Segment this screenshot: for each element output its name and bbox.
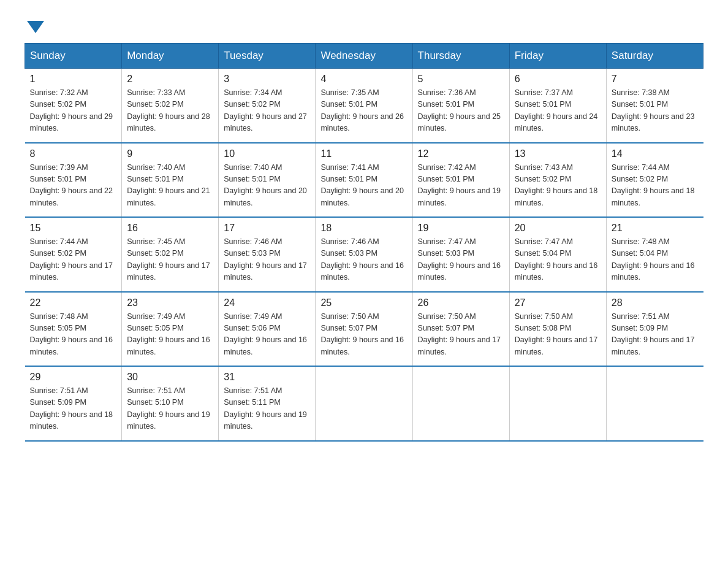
day-info: Sunrise: 7:46 AMSunset: 5:03 PMDaylight:…: [224, 237, 307, 282]
calendar-cell: 7Sunrise: 7:38 AMSunset: 5:01 PMDaylight…: [606, 69, 703, 143]
calendar-cell: 25Sunrise: 7:50 AMSunset: 5:07 PMDayligh…: [316, 292, 412, 367]
day-info: Sunrise: 7:50 AMSunset: 5:07 PMDaylight:…: [418, 312, 501, 356]
day-info: Sunrise: 7:47 AMSunset: 5:03 PMDaylight:…: [418, 237, 501, 282]
day-number: 22: [30, 297, 117, 308]
calendar-cell: 5Sunrise: 7:36 AMSunset: 5:01 PMDaylight…: [412, 69, 509, 143]
day-number: 19: [418, 223, 504, 234]
calendar-cell: 27Sunrise: 7:50 AMSunset: 5:08 PMDayligh…: [509, 292, 606, 367]
calendar-week-row: 15Sunrise: 7:44 AMSunset: 5:02 PMDayligh…: [25, 217, 703, 292]
calendar-cell: 28Sunrise: 7:51 AMSunset: 5:09 PMDayligh…: [606, 292, 703, 367]
calendar-cell: [606, 366, 703, 441]
calendar-cell: 22Sunrise: 7:48 AMSunset: 5:05 PMDayligh…: [25, 292, 122, 367]
header-sunday: Sunday: [25, 44, 122, 69]
calendar-cell: 2Sunrise: 7:33 AMSunset: 5:02 PMDaylight…: [122, 69, 219, 143]
calendar-cell: 30Sunrise: 7:51 AMSunset: 5:10 PMDayligh…: [122, 366, 219, 441]
page-header: [25, 18, 703, 31]
calendar-cell: 19Sunrise: 7:47 AMSunset: 5:03 PMDayligh…: [412, 217, 509, 292]
day-number: 13: [515, 148, 601, 159]
calendar-cell: [316, 366, 412, 441]
logo: [25, 18, 44, 31]
day-info: Sunrise: 7:43 AMSunset: 5:02 PMDaylight:…: [515, 163, 598, 207]
calendar-cell: 10Sunrise: 7:40 AMSunset: 5:01 PMDayligh…: [219, 143, 316, 218]
calendar-week-row: 29Sunrise: 7:51 AMSunset: 5:09 PMDayligh…: [25, 366, 703, 441]
day-info: Sunrise: 7:33 AMSunset: 5:02 PMDaylight:…: [127, 88, 210, 132]
header-thursday: Thursday: [412, 44, 509, 69]
day-number: 5: [418, 74, 504, 85]
calendar-cell: 13Sunrise: 7:43 AMSunset: 5:02 PMDayligh…: [509, 143, 606, 218]
calendar-cell: 12Sunrise: 7:42 AMSunset: 5:01 PMDayligh…: [412, 143, 509, 218]
calendar-cell: [412, 366, 509, 441]
day-info: Sunrise: 7:50 AMSunset: 5:08 PMDaylight:…: [515, 312, 598, 356]
calendar-cell: 16Sunrise: 7:45 AMSunset: 5:02 PMDayligh…: [122, 217, 219, 292]
day-info: Sunrise: 7:37 AMSunset: 5:01 PMDaylight:…: [515, 88, 598, 132]
calendar-cell: 23Sunrise: 7:49 AMSunset: 5:05 PMDayligh…: [122, 292, 219, 367]
calendar-cell: 11Sunrise: 7:41 AMSunset: 5:01 PMDayligh…: [316, 143, 412, 218]
calendar-cell: 31Sunrise: 7:51 AMSunset: 5:11 PMDayligh…: [219, 366, 316, 441]
calendar-cell: 17Sunrise: 7:46 AMSunset: 5:03 PMDayligh…: [219, 217, 316, 292]
calendar-header-row: SundayMondayTuesdayWednesdayThursdayFrid…: [25, 44, 703, 69]
header-monday: Monday: [122, 44, 219, 69]
day-number: 31: [224, 372, 310, 383]
day-number: 25: [320, 297, 407, 308]
day-number: 23: [127, 297, 213, 308]
logo-triangle-icon: [27, 21, 44, 33]
day-info: Sunrise: 7:45 AMSunset: 5:02 PMDaylight:…: [127, 237, 210, 282]
day-number: 28: [612, 297, 699, 308]
calendar-table: SundayMondayTuesdayWednesdayThursdayFrid…: [25, 43, 703, 442]
day-number: 3: [224, 74, 310, 85]
day-number: 8: [30, 148, 117, 159]
day-info: Sunrise: 7:51 AMSunset: 5:10 PMDaylight:…: [127, 386, 210, 431]
calendar-cell: 24Sunrise: 7:49 AMSunset: 5:06 PMDayligh…: [219, 292, 316, 367]
day-info: Sunrise: 7:34 AMSunset: 5:02 PMDaylight:…: [224, 88, 307, 132]
day-info: Sunrise: 7:40 AMSunset: 5:01 PMDaylight:…: [224, 163, 307, 207]
calendar-cell: 1Sunrise: 7:32 AMSunset: 5:02 PMDaylight…: [25, 69, 122, 143]
day-info: Sunrise: 7:42 AMSunset: 5:01 PMDaylight:…: [418, 163, 501, 207]
day-number: 1: [30, 74, 117, 85]
day-info: Sunrise: 7:49 AMSunset: 5:06 PMDaylight:…: [224, 312, 307, 356]
calendar-cell: 21Sunrise: 7:48 AMSunset: 5:04 PMDayligh…: [606, 217, 703, 292]
day-number: 27: [515, 297, 601, 308]
day-number: 17: [224, 223, 310, 234]
header-saturday: Saturday: [606, 44, 703, 69]
header-tuesday: Tuesday: [219, 44, 316, 69]
day-number: 12: [418, 148, 504, 159]
day-number: 4: [320, 74, 407, 85]
calendar-week-row: 1Sunrise: 7:32 AMSunset: 5:02 PMDaylight…: [25, 69, 703, 143]
day-number: 26: [418, 297, 504, 308]
day-info: Sunrise: 7:51 AMSunset: 5:09 PMDaylight:…: [30, 386, 113, 431]
day-info: Sunrise: 7:47 AMSunset: 5:04 PMDaylight:…: [515, 237, 598, 282]
calendar-cell: [509, 366, 606, 441]
day-info: Sunrise: 7:32 AMSunset: 5:02 PMDaylight:…: [30, 88, 113, 132]
calendar-week-row: 8Sunrise: 7:39 AMSunset: 5:01 PMDaylight…: [25, 143, 703, 218]
day-info: Sunrise: 7:40 AMSunset: 5:01 PMDaylight:…: [127, 163, 210, 207]
calendar-cell: 9Sunrise: 7:40 AMSunset: 5:01 PMDaylight…: [122, 143, 219, 218]
day-number: 30: [127, 372, 213, 383]
day-number: 14: [612, 148, 699, 159]
day-number: 11: [320, 148, 407, 159]
day-info: Sunrise: 7:36 AMSunset: 5:01 PMDaylight:…: [418, 88, 501, 132]
day-info: Sunrise: 7:49 AMSunset: 5:05 PMDaylight:…: [127, 312, 210, 356]
calendar-cell: 29Sunrise: 7:51 AMSunset: 5:09 PMDayligh…: [25, 366, 122, 441]
calendar-cell: 8Sunrise: 7:39 AMSunset: 5:01 PMDaylight…: [25, 143, 122, 218]
day-info: Sunrise: 7:50 AMSunset: 5:07 PMDaylight:…: [320, 312, 404, 356]
day-number: 18: [320, 223, 407, 234]
day-number: 7: [612, 74, 699, 85]
day-info: Sunrise: 7:41 AMSunset: 5:01 PMDaylight:…: [320, 163, 404, 207]
day-number: 2: [127, 74, 213, 85]
calendar-cell: 20Sunrise: 7:47 AMSunset: 5:04 PMDayligh…: [509, 217, 606, 292]
day-number: 6: [515, 74, 601, 85]
header-friday: Friday: [509, 44, 606, 69]
day-info: Sunrise: 7:51 AMSunset: 5:11 PMDaylight:…: [224, 386, 307, 431]
calendar-cell: 15Sunrise: 7:44 AMSunset: 5:02 PMDayligh…: [25, 217, 122, 292]
day-number: 21: [612, 223, 699, 234]
day-info: Sunrise: 7:35 AMSunset: 5:01 PMDaylight:…: [320, 88, 404, 132]
header-wednesday: Wednesday: [316, 44, 412, 69]
day-info: Sunrise: 7:39 AMSunset: 5:01 PMDaylight:…: [30, 163, 113, 207]
day-number: 15: [30, 223, 117, 234]
day-info: Sunrise: 7:38 AMSunset: 5:01 PMDaylight:…: [612, 88, 695, 132]
day-number: 20: [515, 223, 601, 234]
day-info: Sunrise: 7:48 AMSunset: 5:04 PMDaylight:…: [612, 237, 695, 282]
calendar-cell: 14Sunrise: 7:44 AMSunset: 5:02 PMDayligh…: [606, 143, 703, 218]
day-number: 24: [224, 297, 310, 308]
calendar-cell: 4Sunrise: 7:35 AMSunset: 5:01 PMDaylight…: [316, 69, 412, 143]
